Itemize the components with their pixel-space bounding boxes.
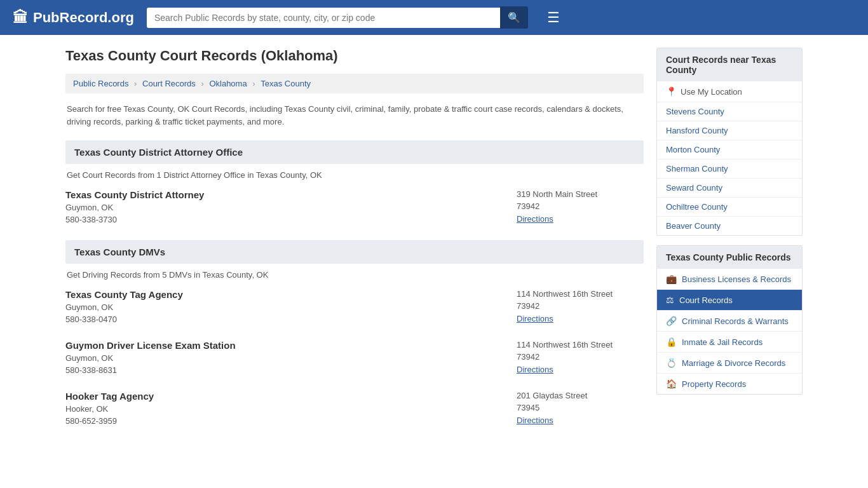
record-address-hooker-tag: 201 Glaydas Street	[517, 391, 644, 400]
breadcrumb-court-records[interactable]: Court Records	[142, 79, 196, 88]
record-address-tag-agency: 114 Northwest 16th Street	[517, 289, 644, 299]
record-phone-tag-agency: 580-338-0470	[65, 315, 491, 324]
breadcrumb-texas-county[interactable]: Texas County	[261, 79, 311, 88]
record-city-guymon-exam: Guymon, OK	[65, 353, 491, 363]
sidebar-public-records-section: Texas County Public Records 💼 Business L…	[656, 245, 803, 395]
record-zip-district-attorney: 73942	[517, 201, 644, 211]
nearby-county-morton-link[interactable]: Morton County	[666, 145, 720, 154]
logo-text: PubRecord.org	[33, 10, 134, 26]
criminal-link[interactable]: Criminal Records & Warrants	[682, 316, 789, 326]
nearby-county-sherman-link[interactable]: Sherman County	[666, 164, 728, 173]
record-phone-hooker-tag: 580-652-3959	[65, 416, 491, 426]
court-icon: ⚖	[666, 295, 674, 305]
record-address-district-attorney: 319 North Main Street	[517, 189, 644, 199]
record-name-tag-agency: Texas County Tag Agency	[65, 289, 491, 300]
logo-icon: 🏛	[13, 9, 28, 27]
sidebar: Court Records near Texas County 📍 Use My…	[656, 48, 803, 442]
search-button[interactable]: 🔍	[500, 6, 528, 29]
record-right-hooker-tag: 201 Glaydas Street 73945 Directions	[517, 391, 644, 426]
record-name-hooker-tag: Hooker Tag Agency	[65, 391, 491, 402]
record-right-district-attorney: 319 North Main Street 73942 Directions	[517, 189, 644, 224]
search-input[interactable]	[147, 8, 500, 28]
record-phone-district-attorney: 580-338-3730	[65, 215, 491, 224]
record-phone-guymon-exam: 580-338-8631	[65, 365, 491, 375]
nearby-county-ochiltree[interactable]: Ochiltree County	[657, 198, 802, 217]
public-records-business[interactable]: 💼 Business Licenses & Records	[657, 269, 802, 290]
menu-button[interactable]: ☰	[547, 10, 560, 26]
record-left-hooker-tag: Hooker Tag Agency Hooker, OK 580-652-395…	[65, 391, 491, 426]
breadcrumb: Public Records › Court Records › Oklahom…	[65, 74, 644, 93]
search-area: 🔍	[147, 6, 528, 29]
breadcrumb-sep-3: ›	[252, 79, 257, 88]
page-description: Search for free Texas County, OK Court R…	[65, 103, 644, 128]
directions-link-tag-agency[interactable]: Directions	[517, 314, 553, 323]
section-header-dmvs: Texas County DMVs	[65, 240, 644, 264]
section-header-district-attorney: Texas County District Attorney Office	[65, 140, 644, 164]
search-icon: 🔍	[508, 12, 520, 23]
record-city-district-attorney: Guymon, OK	[65, 203, 491, 212]
property-icon: 🏠	[666, 379, 677, 389]
nearby-county-stevens-link[interactable]: Stevens County	[666, 107, 724, 116]
directions-link-hooker-tag[interactable]: Directions	[517, 416, 553, 425]
site-header: 🏛 PubRecord.org 🔍 ☰	[0, 0, 868, 35]
public-records-inmate[interactable]: 🔒 Inmate & Jail Records	[657, 332, 802, 353]
record-card-tag-agency: Texas County Tag Agency Guymon, OK 580-3…	[65, 289, 644, 327]
inmate-link[interactable]: Inmate & Jail Records	[682, 337, 763, 347]
breadcrumb-public-records[interactable]: Public Records	[73, 79, 128, 88]
business-link[interactable]: Business Licenses & Records	[682, 274, 791, 284]
record-zip-guymon-exam: 73942	[517, 352, 644, 362]
business-icon: 💼	[666, 274, 677, 284]
nearby-county-sherman[interactable]: Sherman County	[657, 159, 802, 179]
inmate-icon: 🔒	[666, 337, 677, 347]
record-left-guymon-exam: Guymon Driver License Exam Station Guymo…	[65, 340, 491, 375]
record-city-hooker-tag: Hooker, OK	[65, 404, 491, 414]
public-records-list: 💼 Business Licenses & Records ⚖ Court Re…	[657, 269, 802, 394]
nearby-county-stevens[interactable]: Stevens County	[657, 102, 802, 121]
breadcrumb-oklahoma[interactable]: Oklahoma	[209, 79, 247, 88]
record-zip-tag-agency: 73942	[517, 301, 644, 311]
record-name-guymon-exam: Guymon Driver License Exam Station	[65, 340, 491, 351]
breadcrumb-sep-2: ›	[201, 79, 206, 88]
nearby-county-beaver[interactable]: Beaver County	[657, 217, 802, 235]
nearby-county-seward-link[interactable]: Seward County	[666, 183, 722, 193]
record-name-district-attorney: Texas County District Attorney	[65, 189, 491, 200]
sidebar-nearby-section: Court Records near Texas County 📍 Use My…	[656, 48, 803, 236]
site-logo[interactable]: 🏛 PubRecord.org	[13, 9, 134, 27]
record-right-tag-agency: 114 Northwest 16th Street 73942 Directio…	[517, 289, 644, 324]
record-city-tag-agency: Guymon, OK	[65, 302, 491, 312]
section-desc-district-attorney: Get Court Records from 1 District Attorn…	[65, 170, 644, 180]
record-zip-hooker-tag: 73945	[517, 403, 644, 412]
hamburger-icon: ☰	[547, 10, 560, 25]
nearby-county-beaver-link[interactable]: Beaver County	[666, 221, 721, 231]
nearby-county-hansford[interactable]: Hansford County	[657, 121, 802, 140]
record-right-guymon-exam: 114 Northwest 16th Street 73942 Directio…	[517, 340, 644, 375]
sidebar-public-records-header: Texas County Public Records	[657, 246, 802, 269]
nearby-county-hansford-link[interactable]: Hansford County	[666, 126, 728, 135]
use-location-item[interactable]: 📍 Use My Location	[657, 81, 802, 102]
record-left-district-attorney: Texas County District Attorney Guymon, O…	[65, 189, 491, 224]
sidebar-nearby-header: Court Records near Texas County	[657, 48, 802, 81]
nearby-county-ochiltree-link[interactable]: Ochiltree County	[666, 202, 728, 212]
nearby-county-list: Stevens County Hansford County Morton Co…	[657, 102, 802, 235]
marriage-link[interactable]: Marriage & Divorce Records	[682, 358, 785, 368]
pin-icon: 📍	[666, 86, 677, 97]
marriage-icon: 💍	[666, 358, 677, 368]
directions-link-district-attorney[interactable]: Directions	[517, 214, 553, 224]
nearby-county-seward[interactable]: Seward County	[657, 179, 802, 198]
record-card-hooker-tag: Hooker Tag Agency Hooker, OK 580-652-395…	[65, 391, 644, 429]
public-records-court[interactable]: ⚖ Court Records	[657, 290, 802, 311]
public-records-marriage[interactable]: 💍 Marriage & Divorce Records	[657, 353, 802, 374]
directions-link-guymon-exam[interactable]: Directions	[517, 365, 553, 374]
record-address-guymon-exam: 114 Northwest 16th Street	[517, 340, 644, 349]
court-label: Court Records	[679, 295, 733, 305]
public-records-property[interactable]: 🏠 Property Records	[657, 374, 802, 394]
record-card-district-attorney: Texas County District Attorney Guymon, O…	[65, 189, 644, 227]
property-link[interactable]: Property Records	[682, 379, 746, 389]
public-records-criminal[interactable]: 🔗 Criminal Records & Warrants	[657, 311, 802, 332]
record-card-guymon-exam: Guymon Driver License Exam Station Guymo…	[65, 340, 644, 378]
section-desc-dmvs: Get Driving Records from 5 DMVs in Texas…	[65, 270, 644, 280]
content-area: Texas County Court Records (Oklahoma) Pu…	[65, 48, 644, 442]
breadcrumb-sep-1: ›	[134, 79, 139, 88]
main-container: Texas County Court Records (Oklahoma) Pu…	[53, 35, 815, 454]
nearby-county-morton[interactable]: Morton County	[657, 140, 802, 159]
